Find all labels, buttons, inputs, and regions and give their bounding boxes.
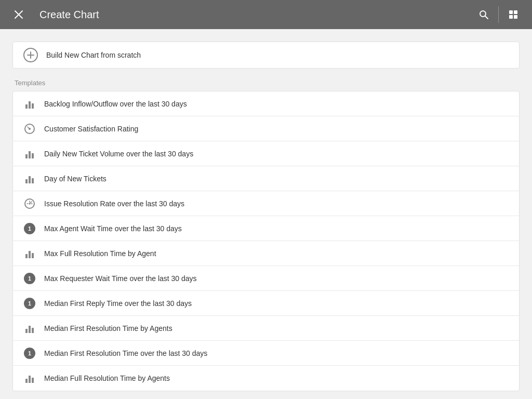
badge-icon: 1: [23, 297, 36, 310]
template-name: Day of New Tickets: [44, 175, 107, 183]
close-icon: [14, 10, 23, 19]
svg-line-12: [28, 127, 30, 129]
plus-icon: [23, 48, 38, 62]
template-name: Customer Satisfaction Rating: [44, 125, 138, 133]
list-item[interactable]: Day of New Tickets: [13, 166, 519, 191]
list-item[interactable]: 1 Median First Reply Time over the last …: [13, 291, 519, 316]
close-button[interactable]: [8, 4, 29, 25]
template-name: Issue Resolution Rate over the last 30 d…: [44, 200, 184, 208]
header-divider: [498, 6, 499, 23]
bar-chart-icon: [23, 98, 36, 110]
bar-chart-icon: [23, 322, 36, 335]
template-name: Max Agent Wait Time over the last 30 day…: [44, 224, 182, 233]
list-item[interactable]: 1 Max Requester Wait Time over the last …: [13, 266, 519, 291]
search-icon: [478, 9, 489, 20]
template-name: Median First Reply Time over the last 30…: [44, 299, 192, 308]
bar-chart-icon: [23, 247, 36, 260]
header-left: Create Chart: [8, 4, 99, 25]
badge-icon: 1: [23, 347, 36, 360]
page-title: Create Chart: [39, 9, 99, 21]
bar-chart-icon: [23, 372, 36, 384]
list-item[interactable]: Customer Satisfaction Rating: [13, 116, 519, 141]
template-list: Backlog Inflow/Outflow over the last 30 …: [12, 91, 520, 391]
templates-label: Templates: [12, 79, 520, 87]
header: Create Chart: [0, 0, 532, 29]
grid-icon: [508, 9, 518, 20]
search-button[interactable]: [473, 4, 494, 25]
svg-rect-5: [514, 10, 517, 14]
template-name: Median First Resolution Time by Agents: [44, 324, 172, 332]
list-item[interactable]: Max Full Resolution Time by Agent: [13, 241, 519, 266]
grid-view-button[interactable]: [503, 4, 524, 25]
list-item[interactable]: Issue Resolution Rate over the last 30 d…: [13, 191, 519, 216]
list-item[interactable]: Median First Resolution Time by Agents: [13, 316, 519, 341]
svg-rect-7: [514, 15, 517, 19]
bar-chart-icon: [23, 148, 36, 160]
badge-icon: 1: [23, 272, 36, 285]
speed-icon: [23, 197, 36, 210]
template-name: Backlog Inflow/Outflow over the last 30 …: [44, 100, 187, 108]
svg-rect-6: [509, 15, 513, 19]
svg-rect-4: [509, 10, 513, 14]
list-item[interactable]: 1 Median First Resolution Time over the …: [13, 341, 519, 366]
list-item[interactable]: Daily New Ticket Volume over the last 30…: [13, 141, 519, 166]
template-name: Median Full Resolution Time by Agents: [44, 374, 170, 382]
template-name: Median First Resolution Time over the la…: [44, 349, 207, 357]
template-name: Max Full Resolution Time by Agent: [44, 249, 156, 258]
svg-line-3: [485, 16, 488, 19]
build-new-label: Build New Chart from scratch: [46, 51, 141, 59]
list-item[interactable]: Backlog Inflow/Outflow over the last 30 …: [13, 91, 519, 116]
svg-point-15: [29, 203, 31, 204]
header-right: [473, 4, 524, 25]
bar-chart-icon: [23, 172, 36, 185]
build-new-chart-button[interactable]: Build New Chart from scratch: [12, 42, 520, 69]
template-name: Daily New Ticket Volume over the last 30…: [44, 150, 193, 158]
template-name: Max Requester Wait Time over the last 30…: [44, 274, 197, 283]
main-content: Build New Chart from scratch Templates B…: [0, 29, 532, 399]
badge-icon: 1: [23, 222, 36, 235]
list-item[interactable]: 1 Max Agent Wait Time over the last 30 d…: [13, 216, 519, 241]
list-item[interactable]: Median Full Resolution Time by Agents: [13, 366, 519, 391]
gauge-icon: [23, 123, 36, 135]
